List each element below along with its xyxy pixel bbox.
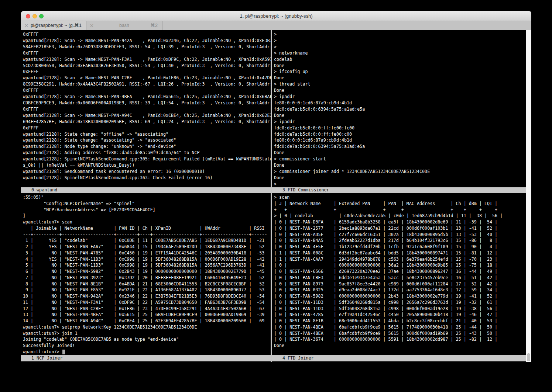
pane-ncp-joiner[interactable]: :55:05)" "Config:NCP:DriverName" => "spi… xyxy=(21,193,271,355)
pane-title-ftd-commissioner: 3 FTD Commissioner xyxy=(272,187,526,193)
ftd-commissioner-cli-text: > > > > networkname codelab Done > ifcon… xyxy=(272,30,526,187)
pane-divider[interactable] xyxy=(271,30,272,362)
tab-ssh-session[interactable]: ✕ pi@raspberrypi: ~ (g... ⌘1 xyxy=(21,21,86,30)
wpanctl-prompt-line: wpanctl:utun7> xyxy=(21,349,271,355)
wpantund-log-text: 0xFFFF wpantund[2128]: Scan -> Name:NEST… xyxy=(21,30,271,181)
tmux-session: 0xFFFF wpantund[2128]: Scan -> Name:NEST… xyxy=(21,30,531,362)
tab-shortcut: ⌘1 xyxy=(75,21,82,30)
pane-title-ftd-joiner: 4 FTD Joiner xyxy=(272,355,526,361)
tab-bash[interactable]: ✕ bash ⌘2 xyxy=(86,21,162,30)
window-title: 1. pi@raspberrypi: ~ (gnubby-ssh) xyxy=(21,11,531,21)
tab-shortcut: ⌘2 xyxy=(151,21,158,30)
pane-ftd-joiner[interactable]: > scan | J | Network Name | Extended PAN… xyxy=(272,193,526,355)
tab-bar: ✕ pi@raspberrypi: ~ (g... ⌘1 ✕ bash ⌘2 xyxy=(21,21,531,30)
scrollbar-track[interactable] xyxy=(526,30,531,362)
pane-wpantund[interactable]: 0xFFFF wpantund[2128]: Scan -> Name:NEST… xyxy=(21,30,271,187)
window-titlebar[interactable]: 1. pi@raspberrypi: ~ (gnubby-ssh) xyxy=(21,11,531,21)
pane-title-ncp-joiner: 1 NCP Joiner xyxy=(21,355,271,361)
ncp-joiner-cli-text: :55:05)" "Config:NCP:DriverName" => "spi… xyxy=(21,193,271,349)
terminal-cursor xyxy=(62,350,65,354)
scrollbar-thumb[interactable] xyxy=(527,353,530,361)
ftd-joiner-cli-text: > scan | J | Network Name | Extended PAN… xyxy=(272,193,526,349)
wpanctl-prompt: wpanctl:utun7> xyxy=(23,349,62,354)
terminal-window: 1. pi@raspberrypi: ~ (gnubby-ssh) ✕ pi@r… xyxy=(21,11,531,362)
pane-ftd-commissioner[interactable]: > > > > networkname codelab Done > ifcon… xyxy=(272,30,526,187)
pane-title-wpantund: 0 wpantund xyxy=(21,187,271,193)
